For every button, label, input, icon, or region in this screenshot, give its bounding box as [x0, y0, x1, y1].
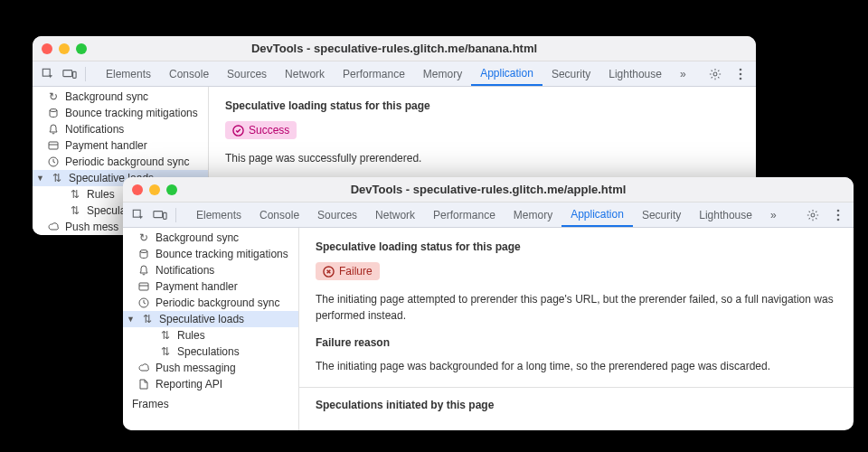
svg-rect-13 — [154, 211, 163, 217]
svg-rect-8 — [49, 142, 58, 149]
chevron-down-icon[interactable]: ▼ — [127, 315, 136, 324]
sidebar-item-label: Specula — [87, 204, 126, 217]
tab-security[interactable]: Security — [633, 202, 690, 227]
kebab-menu-icon[interactable] — [732, 66, 749, 82]
tab-console[interactable]: Console — [160, 61, 218, 86]
card-icon — [137, 280, 150, 293]
svg-rect-20 — [139, 283, 148, 290]
maximize-button[interactable] — [166, 184, 177, 195]
sidebar-item-label: Speculations — [177, 345, 240, 358]
status-badge-label: Failure — [339, 265, 373, 278]
svg-point-18 — [837, 218, 840, 221]
sidebar-item-payment[interactable]: Payment handler — [33, 137, 208, 154]
sidebar-item-label: Bounce tracking mitigations — [156, 248, 288, 260]
inspect-icon[interactable] — [130, 207, 146, 223]
tab-sources[interactable]: Sources — [308, 202, 366, 227]
sidebar-item-reporting[interactable]: Reporting API — [123, 376, 298, 392]
sidebar-item-label: Rules — [177, 329, 205, 342]
sidebar-item-label: Notifications — [65, 123, 124, 136]
sidebar-item-label: Notifications — [156, 264, 214, 277]
status-badge-success: Success — [225, 121, 297, 139]
tab-application[interactable]: Application — [471, 61, 542, 86]
minimize-button[interactable] — [59, 43, 70, 54]
sidebar-item-speculative-loads[interactable]: ▼⇅Speculative loads — [123, 311, 298, 327]
svg-rect-12 — [133, 210, 140, 217]
sidebar-item-label: Background sync — [65, 90, 148, 103]
tab-network[interactable]: Network — [366, 202, 424, 227]
x-circle-icon — [323, 266, 335, 278]
sidebar-item-label: Periodic background sync — [65, 155, 189, 168]
tabs-overflow-icon[interactable]: » — [671, 61, 695, 86]
transfer-icon: ⇅ — [141, 313, 154, 325]
sidebar-item-label: Payment handler — [65, 139, 147, 152]
svg-point-4 — [740, 68, 742, 71]
tab-network[interactable]: Network — [276, 61, 334, 86]
gear-icon[interactable] — [707, 66, 723, 82]
gear-icon[interactable] — [805, 207, 821, 223]
tabs-overflow-icon[interactable]: » — [761, 202, 786, 227]
svg-point-15 — [811, 213, 815, 217]
sync-icon: ↻ — [47, 90, 60, 103]
device-toggle-icon[interactable] — [61, 66, 78, 82]
sidebar-item-bounce[interactable]: Bounce tracking mitigations — [123, 246, 298, 262]
sidebar-item-label: Reporting API — [156, 378, 222, 391]
tab-application[interactable]: Application — [561, 202, 633, 227]
tab-console[interactable]: Console — [250, 202, 308, 227]
sidebar-item-label: Rules — [87, 188, 115, 201]
transfer-icon: ⇅ — [69, 204, 81, 217]
svg-point-5 — [740, 72, 742, 75]
maximize-button[interactable] — [76, 43, 87, 54]
titlebar[interactable]: DevTools - speculative-rules.glitch.me/a… — [123, 177, 854, 202]
tab-memory[interactable]: Memory — [414, 61, 471, 86]
svg-rect-1 — [63, 70, 72, 76]
sidebar-item-speculations[interactable]: ⇅Speculations — [123, 344, 298, 360]
sidebar-item-push[interactable]: Push messaging — [123, 360, 298, 376]
devtools-window-apple: DevTools - speculative-rules.glitch.me/a… — [123, 177, 854, 430]
tab-performance[interactable]: Performance — [334, 61, 414, 86]
tab-security[interactable]: Security — [542, 61, 599, 86]
tab-sources[interactable]: Sources — [218, 61, 276, 86]
card-icon — [47, 139, 60, 152]
sidebar-category-frames[interactable]: Frames — [123, 392, 298, 412]
cloud-icon — [137, 362, 150, 374]
database-icon — [137, 248, 150, 260]
device-toggle-icon[interactable] — [152, 207, 168, 223]
titlebar[interactable]: DevTools - speculative-rules.glitch.me/b… — [33, 36, 756, 61]
sidebar-item-periodic[interactable]: Periodic background sync — [33, 154, 208, 170]
kebab-menu-icon[interactable] — [830, 207, 846, 223]
sidebar-item-notifications[interactable]: Notifications — [123, 262, 298, 278]
sidebar-item-label: Push mess — [65, 221, 118, 233]
close-button[interactable] — [42, 43, 52, 54]
inspect-icon[interactable] — [40, 66, 56, 82]
chevron-down-icon[interactable]: ▼ — [36, 174, 45, 183]
document-icon — [137, 378, 150, 391]
application-sidebar: ↻Background sync Bounce tracking mitigat… — [123, 228, 299, 430]
speculative-loads-panel: Speculative loading status for this page… — [299, 228, 854, 430]
svg-point-17 — [837, 213, 840, 216]
tab-memory[interactable]: Memory — [505, 202, 561, 227]
tab-lighthouse[interactable]: Lighthouse — [599, 61, 671, 86]
sidebar-item-notifications[interactable]: Notifications — [33, 121, 208, 137]
divider — [175, 208, 176, 222]
transfer-icon: ⇅ — [159, 345, 172, 358]
tab-elements[interactable]: Elements — [97, 61, 160, 86]
sidebar-item-bounce[interactable]: Bounce tracking mitigations — [33, 105, 208, 121]
tab-lighthouse[interactable]: Lighthouse — [690, 202, 761, 227]
sidebar-item-rules[interactable]: ⇅Rules — [123, 327, 298, 344]
tab-performance[interactable]: Performance — [424, 202, 505, 227]
sidebar-item-background-sync[interactable]: ↻Background sync — [33, 89, 208, 105]
sidebar-item-label: Periodic background sync — [156, 297, 279, 309]
sidebar-item-periodic[interactable]: Periodic background sync — [123, 295, 298, 311]
svg-point-7 — [50, 109, 57, 112]
minimize-button[interactable] — [149, 184, 160, 195]
speculations-heading: Speculations initiated by this page — [316, 399, 837, 411]
tab-elements[interactable]: Elements — [187, 202, 250, 227]
sidebar-item-payment[interactable]: Payment handler — [123, 278, 298, 295]
svg-point-19 — [140, 250, 147, 253]
close-button[interactable] — [132, 184, 143, 195]
sync-icon: ↻ — [137, 231, 150, 244]
status-badge-label: Success — [249, 124, 289, 137]
bell-icon — [47, 123, 60, 136]
sidebar-item-background-sync[interactable]: ↻Background sync — [123, 230, 298, 246]
sidebar-item-label: Bounce tracking mitigations — [65, 107, 198, 119]
